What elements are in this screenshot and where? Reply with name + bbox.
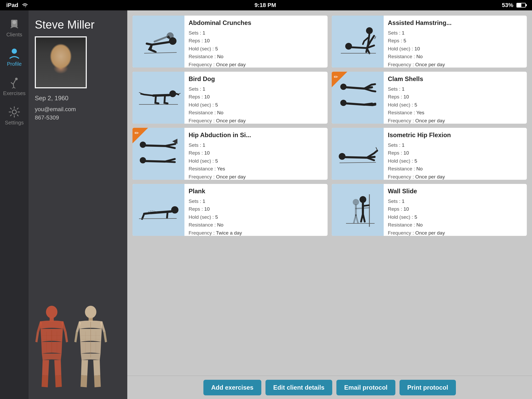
exercise-title: Clam Shells [388,75,523,83]
profile-email: you@email.com [35,106,76,113]
svg-point-37 [353,199,359,205]
battery-icon [516,3,526,8]
exercise-reps: Reps : 10 [189,149,323,157]
exercise-info-clam-shells: Clam Shells Sets : 1 Reps : 10 Hold (sec… [384,72,527,124]
exercise-frequency: Frequency : Once per day [388,117,523,124]
exercise-hold: Hold (sec) : 5 [388,101,523,109]
status-time: 9:18 PM [255,2,276,9]
main-content: Abdominal Crunches Sets : 1 Reps : 10 Ho… [127,10,532,399]
print-protocol-button[interactable]: Print protocol [400,380,456,395]
exercise-sets: Sets : 1 [189,29,323,37]
exercise-frequency: Frequency : Once per day [388,173,523,180]
exercises-icon [8,76,21,89]
exercise-reps: Reps : 10 [388,149,523,157]
exercise-title: Isometric Hip Flexion [388,131,523,139]
exercise-hold: Hold (sec) : 10 [388,45,523,53]
svg-point-4 [12,110,16,114]
battery-fill [517,3,521,7]
profile-dob: Sep 2, 1960 [35,95,68,102]
sidebar-item-exercises[interactable]: Exercises [0,72,29,101]
exercise-card-isometric-hip-flexion[interactable]: Isometric Hip Flexion Sets : 1 Reps : 10… [332,128,527,180]
ipad-label: iPad [6,2,18,9]
wifi-icon [21,3,29,8]
exercise-info-assisted-hamstring: Assisted Hamstring... Sets : 1 Reps : 5 … [384,16,527,68]
exercise-frequency: Frequency : Once per day [388,61,523,68]
exercise-image-bird-dog [132,72,184,124]
exercise-resistance: Resistance : Yes [388,109,523,117]
exercise-hold: Hold (sec) : 5 [189,213,323,221]
svg-line-32 [340,162,376,163]
anatomy-front [35,305,69,389]
exercise-reps: Reps : 10 [388,93,523,101]
status-right: 53% [502,2,526,9]
exercise-resistance: Resistance : Yes [189,165,323,173]
exercise-frequency: Frequency : Once per day [189,117,323,124]
profile-panel: Steve Miller Sep 2, 1960 you@email.com 8… [29,10,127,399]
profile-photo [35,36,87,88]
exercise-frequency: Frequency : Once per day [388,229,523,236]
sidebar-item-settings[interactable]: Settings [0,101,29,130]
svg-point-22 [366,27,373,34]
exercise-reps: Reps : 10 [388,205,523,213]
exercises-grid: Abdominal Crunches Sets : 1 Reps : 10 Ho… [127,10,532,376]
anatomy-back [74,305,108,389]
exercise-sets: Sets : 1 [388,197,523,205]
svg-point-1 [12,21,16,24]
exercise-resistance: Resistance : No [189,53,323,61]
exercise-image-abdominal-crunches [132,16,184,68]
sidebar-item-clients[interactable]: Clients [0,13,29,42]
svg-point-33 [171,206,178,214]
profile-phone: 867-5309 [35,114,59,121]
exercise-sets: Sets : 1 [189,85,323,93]
exercise-card-abdominal-crunches[interactable]: Abdominal Crunches Sets : 1 Reps : 10 Ho… [132,16,328,68]
add-exercises-button[interactable]: Add exercises [203,380,261,395]
exercise-hold: Hold (sec) : 5 [189,45,323,53]
app-body: Clients Profile Exercises [0,10,532,399]
clients-label: Clients [6,32,22,38]
sidebar: Clients Profile Exercises [0,10,29,399]
exercise-card-assisted-hamstring[interactable]: Assisted Hamstring... Sets : 1 Reps : 5 … [332,16,527,68]
exercise-title: Bird Dog [189,75,323,83]
bottom-toolbar: Add exercises Edit client details Email … [127,376,532,399]
svg-point-2 [12,49,17,54]
settings-label: Settings [5,120,24,126]
exercise-sets: Sets : 1 [189,197,323,205]
exercises-label: Exercises [3,90,26,96]
svg-line-34 [139,218,177,219]
exercise-resistance: Resistance : No [388,165,523,173]
exercise-info-abdominal-crunches: Abdominal Crunches Sets : 1 Reps : 10 Ho… [184,16,328,68]
email-protocol-button[interactable]: Email protocol [336,380,395,395]
exercise-reps: Reps : 10 [189,93,323,101]
exercise-sets: Sets : 1 [189,141,323,149]
svg-line-20 [144,52,177,53]
edit-client-details-button[interactable]: Edit client details [265,380,332,395]
exercise-info-bird-dog: Bird Dog Sets : 1 Reps : 10 Hold (sec) :… [184,72,328,124]
exercise-card-clam-shells[interactable]: Clam Shells Sets : 1 Reps : 10 Hold (sec… [332,72,527,124]
profile-icon [8,47,21,59]
exercise-card-plank[interactable]: Plank Sets : 1 Reps : 10 Hold (sec) : 5 … [132,184,328,236]
exercise-image-wall-slide [332,184,384,236]
exercise-title: Hip Abduction in Si... [189,131,323,139]
exercise-resistance: Resistance : No [189,221,323,229]
svg-point-21 [167,32,174,39]
exercise-info-wall-slide: Wall Slide Sets : 1 Reps : 10 Hold (sec)… [384,184,527,236]
exercise-resistance: Resistance : No [189,109,323,117]
exercise-sets: Sets : 1 [388,29,523,37]
exercise-image-isometric-hip-flexion [332,128,384,180]
exercise-image-clam-shells [332,72,384,124]
exercise-card-bird-dog[interactable]: Bird Dog Sets : 1 Reps : 10 Hold (sec) :… [132,72,328,124]
exercise-hold: Hold (sec) : 5 [189,101,323,109]
svg-point-3 [15,78,18,80]
exercise-image-hip-abduction [132,128,184,180]
status-bar: iPad 9:18 PM 53% [0,0,532,10]
anatomy-container [35,129,108,391]
exercise-title: Abdominal Crunches [189,19,323,26]
exercise-card-hip-abduction[interactable]: Hip Abduction in Si... Sets : 1 Reps : 1… [132,128,328,180]
svg-point-23 [345,43,352,50]
exercise-card-wall-slide[interactable]: Wall Slide Sets : 1 Reps : 10 Hold (sec)… [332,184,527,236]
sidebar-item-profile[interactable]: Profile [0,42,29,72]
exercise-frequency: Frequency : Twice a day [189,229,323,236]
exercise-hold: Hold (sec) : 5 [388,157,523,165]
settings-icon [8,106,21,118]
profile-label: Profile [7,61,22,67]
